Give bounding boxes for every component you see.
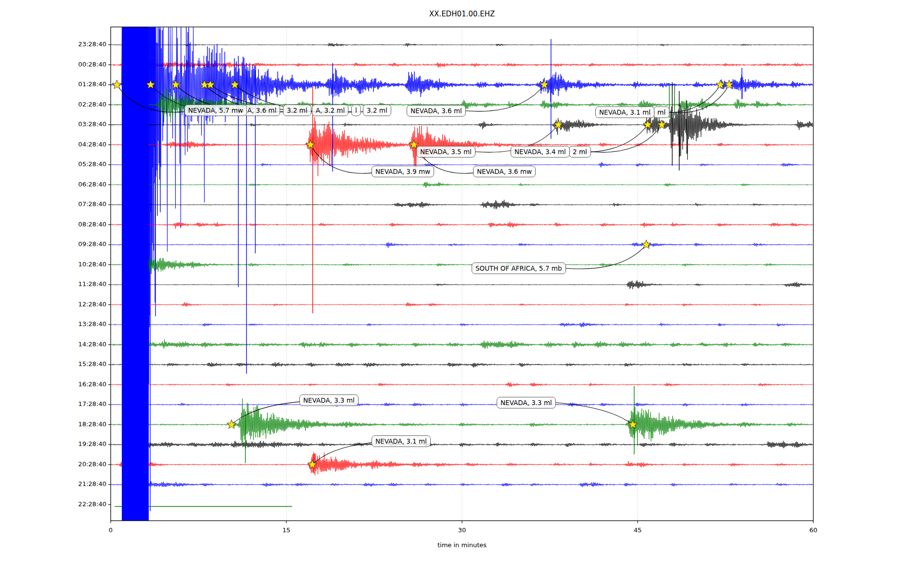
annotation-label: NEVADA, 3.3 ml xyxy=(299,394,359,406)
trace-06:28:40 xyxy=(111,182,813,188)
annotation-label: 3.2 ml xyxy=(363,105,391,116)
annotation-label: A, 3.6 ml xyxy=(244,105,280,116)
annotation-leader-line xyxy=(556,403,633,425)
trace-group xyxy=(111,27,813,521)
y-axis-tick-label: 14:28:40 xyxy=(0,341,106,348)
annotation-label: NEVADA, 3.4 ml xyxy=(511,146,570,158)
y-axis-tick-label: 13:28:40 xyxy=(0,320,106,328)
y-axis-tick-label: 03:28:40 xyxy=(0,120,106,128)
clipped-mainshock-block xyxy=(122,27,149,521)
y-axis-tick-label: 18:28:40 xyxy=(0,420,106,428)
annotation-label: l xyxy=(351,105,361,116)
trace-10:28:40 xyxy=(111,257,813,273)
y-axis-tick-label: 02:28:40 xyxy=(0,101,106,108)
y-axis-tick-label: 11:28:40 xyxy=(0,280,106,288)
annotation-label: NEVADA, 3.6 mw xyxy=(473,166,536,177)
y-axis-tick-label: 15:28:40 xyxy=(0,360,106,368)
y-axis-tick-label: 05:28:40 xyxy=(0,160,106,168)
annotation-label: SOUTH OF AFRICA, 5.7 mb xyxy=(472,263,566,274)
event-star-icon xyxy=(642,240,651,249)
annotation-label: 2 ml xyxy=(569,146,591,158)
figure-window: XX.EDH01.00.EHZ time in minutes 01530456… xyxy=(0,0,924,578)
annotation-label: NEVADA, 3.1 ml xyxy=(372,435,431,447)
y-axis-tick-label: 17:28:40 xyxy=(0,400,106,407)
y-axis-tick-label: 01:28:40 xyxy=(0,80,106,88)
annotation-label: NEVADA, 5.7 mw xyxy=(184,105,247,116)
gridlines xyxy=(286,27,638,521)
x-axis-tick-label: 15 xyxy=(282,526,291,534)
y-axis-tick-label: 10:28:40 xyxy=(0,261,106,268)
y-axis-tick-label: 06:28:40 xyxy=(0,181,106,188)
annotation-label: NEVADA, 3.1 ml xyxy=(595,106,654,118)
y-axis-tick-label: 19:28:40 xyxy=(0,440,106,447)
event-star-icon xyxy=(227,420,236,429)
y-axis-tick-label: 12:28:40 xyxy=(0,301,106,308)
annotation-leader-line xyxy=(466,85,544,111)
y-axis-tick-label: 23:28:40 xyxy=(0,40,106,48)
trace-13:28:40 xyxy=(111,322,813,327)
annotation-label: NEVADA, 3.3 ml xyxy=(497,397,556,408)
x-axis-tick-label: 30 xyxy=(458,526,466,534)
y-axis-tick-label: 16:28:40 xyxy=(0,381,106,388)
x-axis-tick-label: 0 xyxy=(109,526,113,534)
y-axis-tick-label: 22:28:40 xyxy=(0,500,106,508)
y-axis-tick-label: 08:28:40 xyxy=(0,221,106,228)
y-axis-tick-label: 04:28:40 xyxy=(0,141,106,148)
annotation-label: 3.2 ml xyxy=(283,105,311,116)
seismogram-plot xyxy=(0,0,924,578)
x-axis-tick-label: 45 xyxy=(634,526,642,534)
annotation-label: NEVADA, 3.6 ml xyxy=(407,105,466,117)
trace-23:28:40 xyxy=(111,43,813,47)
x-axis-tick-label: 60 xyxy=(809,526,818,534)
y-axis-tick-label: 09:28:40 xyxy=(0,240,106,248)
annotation-leader-line xyxy=(566,245,646,269)
trace-12:28:40 xyxy=(111,302,813,307)
annotation-label: NEVADA, 3.9 mw xyxy=(372,166,434,177)
annotation-label: A, 3.2 ml xyxy=(312,105,348,116)
annotation-label: NEVADA, 3.5 ml xyxy=(416,146,475,158)
event-star-icon xyxy=(112,80,121,89)
trace-21:28:40 xyxy=(111,481,813,487)
y-axis-tick-label: 00:28:40 xyxy=(0,61,106,68)
y-axis-tick-label: 07:28:40 xyxy=(0,200,106,208)
annotation-label: ml xyxy=(654,106,669,118)
annotation-leader-line xyxy=(669,85,729,113)
trace-05:28:40 xyxy=(111,162,813,168)
annotation-leader-line xyxy=(591,125,662,152)
event-stars xyxy=(112,80,733,469)
x-axis-label: time in minutes xyxy=(0,541,924,549)
y-axis-tick-label: 21:28:40 xyxy=(0,480,106,487)
y-axis-tick-label: 20:28:40 xyxy=(0,460,106,468)
